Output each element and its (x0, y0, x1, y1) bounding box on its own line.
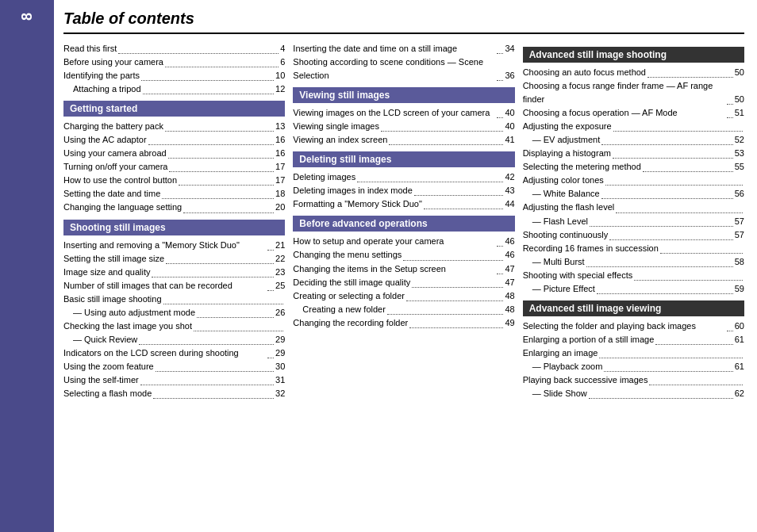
list-item: Creating or selecting a folder 48 (293, 289, 514, 303)
section-header-before-advanced: Before advanced operations (293, 216, 514, 232)
list-item: Viewing single images 40 (293, 120, 514, 133)
list-item: Setting the date and time 18 (63, 187, 285, 201)
column-2: Inserting the date and time on a still i… (293, 42, 514, 400)
list-item: Number of still images that can be recor… (63, 279, 285, 293)
page-wrapper: 8 Table of contents Read this first 4 Be… (0, 0, 757, 532)
section-header-advanced-shooting: Advanced still image shooting (523, 47, 744, 63)
list-item: Viewing images on the LCD screen of your… (293, 106, 514, 120)
list-item: Changing the menu settings 46 (293, 248, 514, 262)
list-item: Basic still image shooting (63, 293, 285, 306)
list-item: Adjusting color tones (523, 174, 744, 187)
list-item: Shooting according to scene conditions —… (293, 55, 514, 82)
list-item: Choosing an auto focus method 50 (523, 66, 744, 79)
list-item: Identifying the parts 10 (63, 69, 285, 82)
list-item: Attaching a tripod 12 (63, 82, 285, 96)
list-item: Creating a new folder 48 (293, 303, 514, 316)
list-item: Shooting continuously 57 (523, 228, 744, 242)
list-item: Using the zoom feature 30 (63, 360, 285, 373)
list-item: Changing the recording folder 49 (293, 316, 514, 330)
section-header-deleting: Deleting still images (293, 151, 514, 167)
content-area: Table of contents Read this first 4 Befo… (54, 0, 757, 532)
list-item: Selecting a flash mode 32 (63, 387, 285, 400)
title-area: Table of contents (63, 10, 744, 34)
list-item: Setting the still image size 22 (63, 252, 285, 266)
list-item: Deciding the still image quality 47 (293, 276, 514, 289)
list-item: Choosing a focus range finder frame — AF… (523, 79, 744, 106)
list-item: Deleting images in index mode 43 (293, 184, 514, 197)
list-item: Image size and quality 23 (63, 266, 285, 279)
list-item: Using the AC adaptor 16 (63, 133, 285, 147)
list-item: Adjusting the flash level (523, 201, 744, 214)
list-item: Playing back successive images (523, 373, 744, 387)
list-item: — Playback zoom 61 (523, 360, 744, 373)
list-item: How to use the control button 17 (63, 174, 285, 187)
list-item: Recording 16 frames in succession (523, 242, 744, 255)
list-item: Selecting the folder and playing back im… (523, 320, 744, 333)
list-item: Deleting images 42 (293, 170, 514, 184)
list-item: Enlarging a portion of a still image 61 (523, 333, 744, 346)
list-item: — Using auto adjustment mode 26 (63, 306, 285, 320)
section-header-viewing: Viewing still images (293, 87, 514, 103)
list-item: Enlarging an image (523, 346, 744, 360)
column-1: Read this first 4 Before using your came… (63, 42, 285, 400)
list-item: Charging the battery pack 13 (63, 120, 285, 133)
list-item: Checking the last image you shot (63, 320, 285, 333)
list-item: — Multi Burst 58 (523, 255, 744, 269)
left-tab: 8 (0, 0, 54, 532)
list-item: Formatting a "Memory Stick Duo" 44 (293, 197, 514, 211)
page-number: 8 (19, 13, 36, 21)
list-item: Using your camera abroad 16 (63, 147, 285, 160)
section-header-getting-started: Getting started (63, 101, 285, 117)
list-item: — Picture Effect 59 (523, 282, 744, 296)
list-item: Inserting the date and time on a still i… (293, 42, 514, 55)
three-column-layout: Read this first 4 Before using your came… (63, 42, 744, 400)
list-item: Changing the items in the Setup screen 4… (293, 262, 514, 276)
list-item: Displaying a histogram 53 (523, 147, 744, 160)
list-item: Using the self-timer 31 (63, 373, 285, 387)
section-header-advanced-viewing: Advanced still image viewing (523, 300, 744, 316)
list-item: — Flash Level 57 (523, 215, 744, 228)
list-item: Indicators on the LCD screen during shoo… (63, 346, 285, 360)
list-item: — Slide Show 62 (523, 387, 744, 400)
list-item: — White Balance 56 (523, 187, 744, 201)
page-title: Table of contents (63, 10, 744, 28)
list-item: How to setup and operate your camera 46 (293, 235, 514, 248)
list-item: Shooting with special effects (523, 269, 744, 282)
list-item: — Quick Review 29 (63, 333, 285, 346)
list-item: — EV adjustment 52 (523, 133, 744, 147)
list-item: Choosing a focus operation — AF Mode 51 (523, 106, 744, 120)
section-header-shooting: Shooting still images (63, 220, 285, 235)
list-item: Selecting the metering method 55 (523, 160, 744, 174)
list-item: Before using your camera 6 (63, 55, 285, 69)
list-item: Viewing an index screen 41 (293, 133, 514, 147)
list-item: Read this first 4 (63, 42, 285, 55)
list-item: Turning on/off your camera 17 (63, 160, 285, 174)
list-item: Adjusting the exposure (523, 120, 744, 133)
list-item: Changing the language setting 20 (63, 201, 285, 214)
list-item: Inserting and removing a "Memory Stick D… (63, 239, 285, 252)
column-3: Advanced still image shooting Choosing a… (523, 42, 744, 400)
